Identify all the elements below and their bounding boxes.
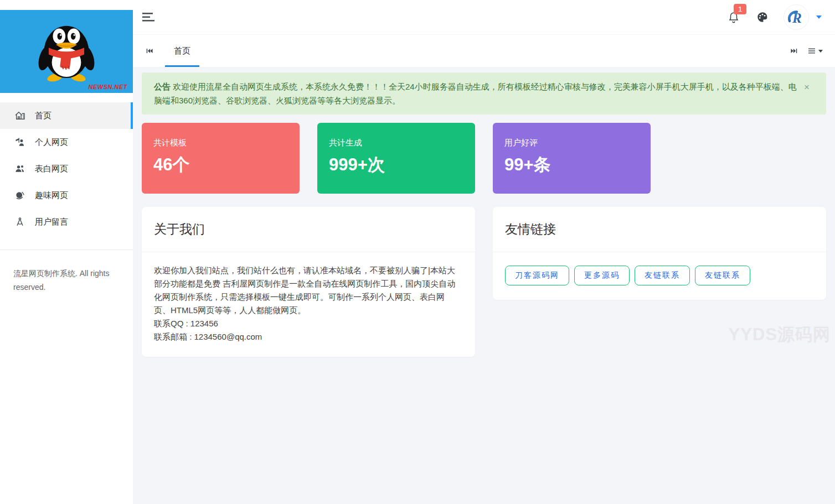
tabs-scroll-left-icon[interactable] [141,35,158,67]
stat-value: 999+次 [329,153,463,176]
globe-icon [14,190,25,201]
sidebar-menu: 首页 个人网页 [0,102,133,235]
stat-value: 46个 [153,153,288,176]
sidebar-item-label: 个人网页 [35,137,68,148]
logo-watermark-text: NEWSN.NET [89,84,128,90]
friend-link-button[interactable]: 更多源码 [574,266,630,285]
users-icon [14,163,25,174]
sidebar-logo: NEWSN.NET [0,10,133,93]
friend-links-body: 刀客源码网 更多源码 友链联系 友链联系 [493,252,826,300]
theme-palette-icon[interactable] [756,11,769,23]
tab-home[interactable]: 首页 [165,35,199,67]
friend-links-title: 友情链接 [493,207,826,252]
bottom-cards-row: 关于我们 欢迎你加入我们站点，我们站什么也有，请认准本站域名，不要被别人骗了|本… [142,207,826,357]
home-icon [14,110,25,121]
user-avatar[interactable]: R [784,5,808,29]
stat-card-generated: 共计生成 999+次 [317,123,475,194]
about-card: 关于我们 欢迎你加入我们站点，我们站什么也有，请认准本站域名，不要被别人骗了|本… [142,207,475,357]
sidebar-item-user-messages[interactable]: 用户留言 [0,209,133,235]
stat-value: 99+条 [504,153,639,176]
sidebar-item-personal-page[interactable]: 个人网页 [0,129,133,155]
tabs-menu-caret-icon [818,50,823,53]
tab-bar: 首页 [133,35,835,67]
person-icon [14,137,25,148]
stat-card-templates: 共计模板 46个 [142,123,300,194]
sidebar-item-label: 首页 [35,111,51,121]
top-header: 1 [133,0,835,35]
user-menu-caret-icon[interactable] [816,15,822,19]
friend-link-button[interactable]: 友链联系 [635,266,690,285]
about-contact-email: 联系邮箱 : 1234560@qq.com [154,330,460,344]
stat-label: 用户好评 [504,138,639,148]
sidebar-item-home[interactable]: 首页 [0,102,133,129]
close-icon[interactable]: × [804,82,810,92]
about-paragraph: 欢迎你加入我们站点，我们站什么也有，请认准本站域名，不要被别人骗了|本站大部分功… [154,264,460,317]
friend-links-card: 友情链接 刀客源码网 更多源码 友链联系 友链联系 [493,207,826,300]
notification-bell-icon[interactable]: 1 [728,11,740,23]
tabbar-spacer [199,35,785,67]
svg-text:R: R [792,11,802,25]
content-area: 公告欢迎使用流星全自动网页生成系统，本系统永久免费！！！全天24小时服务器自动生… [133,67,835,504]
sidebar-item-confession-page[interactable]: 表白网页 [0,155,133,182]
announcement-badge: 公告 [154,82,171,91]
collapse-sidebar-icon[interactable] [141,11,156,23]
tab-label: 首页 [174,46,190,56]
notification-badge: 1 [734,4,746,14]
tabs-scroll-right-icon[interactable] [785,35,803,67]
sidebar-item-fun-page[interactable]: 趣味网页 [0,182,133,209]
qq-penguin-logo [30,16,103,87]
tabs-menu-icon[interactable] [803,35,827,67]
stat-label: 共计模板 [153,138,288,148]
sidebar-item-label: 用户留言 [35,217,68,227]
announcement-banner: 公告欢迎使用流星全自动网页生成系统，本系统永久免费！！！全天24小时服务器自动生… [142,72,826,115]
friend-link-button[interactable]: 友链联系 [695,266,750,285]
app-window: NEWSN.NET 首页 [0,0,835,504]
sidebar-item-label: 表白网页 [35,164,68,174]
stat-cards-row: 共计模板 46个 共计生成 999+次 用户好评 99+条 [142,123,826,194]
header-actions: 1 [728,5,822,29]
friend-link-button[interactable]: 刀客源码网 [505,266,569,285]
sidebar: NEWSN.NET 首页 [0,0,133,504]
sidebar-item-label: 趣味网页 [35,190,68,201]
stat-card-reviews: 用户好评 99+条 [493,123,651,194]
main-area: 1 [133,0,835,504]
site-watermark: YYDS源码网 [729,323,831,346]
sidebar-copyright: 流星网页制作系统. All rights reserved. [0,250,133,294]
about-card-title: 关于我们 [142,207,475,252]
compass-icon [14,216,25,227]
about-contact-qq: 联系QQ : 123456 [154,317,460,330]
announcement-text: 欢迎使用流星全自动网页生成系统，本系统永久免费！！！全天24小时服务器自动生成，… [154,82,797,105]
about-card-body: 欢迎你加入我们站点，我们站什么也有，请认准本站域名，不要被别人骗了|本站大部分功… [142,252,475,357]
stat-label: 共计生成 [329,138,463,148]
